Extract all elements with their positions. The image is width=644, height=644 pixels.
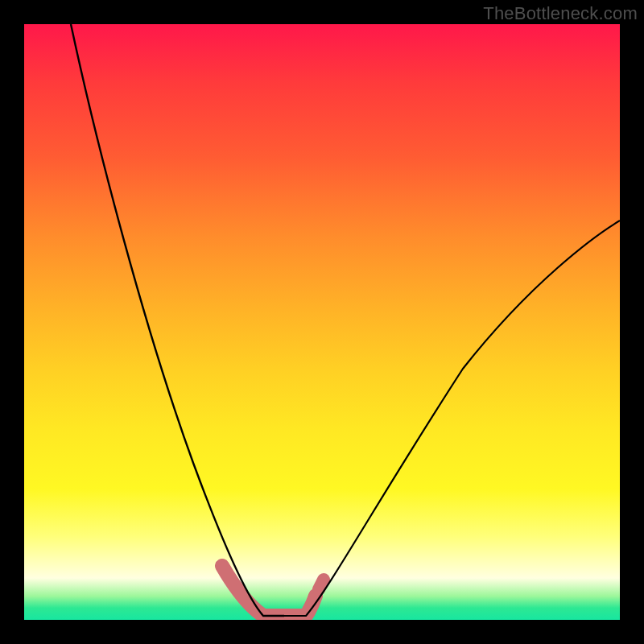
plot-area — [24, 24, 620, 620]
chart-svg — [24, 24, 620, 620]
chart-frame: TheBottleneck.com — [0, 0, 644, 644]
right-curve-path — [284, 221, 620, 616]
watermark-text: TheBottleneck.com — [483, 3, 638, 24]
bottom-band-path — [222, 566, 316, 616]
left-curve-path — [71, 24, 284, 616]
